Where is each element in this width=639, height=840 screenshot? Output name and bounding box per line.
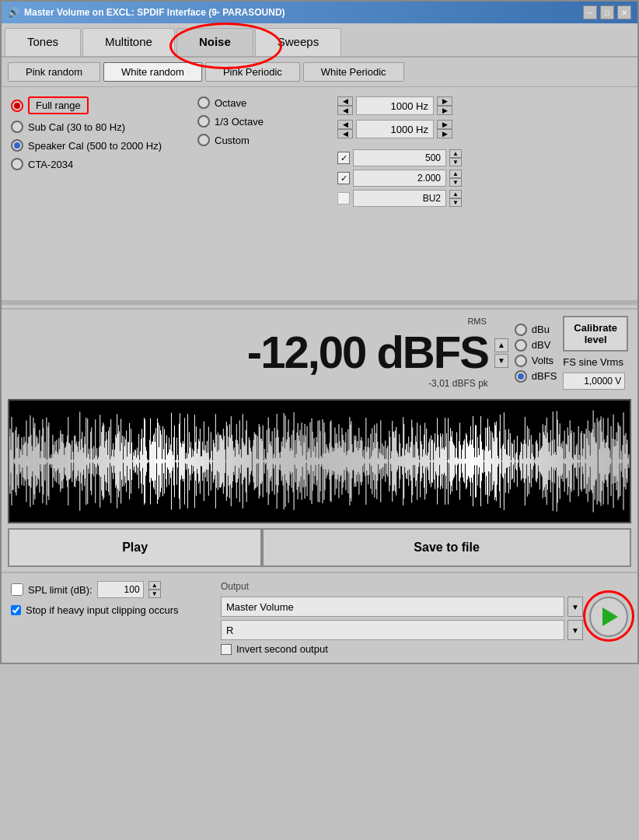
custom-spin-3: ▲ ▼ <box>449 190 462 207</box>
radio-custom-indicator <box>197 134 210 146</box>
dbfs-pk: -3,01 dBFS pk <box>428 378 488 389</box>
radio-octave[interactable]: Octave <box>197 96 322 109</box>
content-inner: Full range Sub Cal (30 to 80 Hz) Speaker… <box>11 96 628 207</box>
custom-check-2[interactable]: ✓ <box>337 172 350 184</box>
custom-row-2: ✓ ▲ ▼ <box>337 170 628 187</box>
octave-label: Octave <box>215 97 246 109</box>
custom-input-2[interactable] <box>353 170 446 187</box>
maximize-button[interactable]: □ <box>600 5 614 19</box>
custom-row-1: ✓ ▲ ▼ <box>337 149 628 166</box>
freq1-right-arrows: ▶ ▶ <box>437 96 452 115</box>
close-button[interactable]: ✕ <box>617 5 631 19</box>
output-select-2[interactable] <box>221 620 564 640</box>
title-bar-left: 🔊 Master Volume on EXCL: SPDIF Interface… <box>8 7 285 18</box>
invert-label: Invert second output <box>236 643 328 655</box>
freq2-right-up[interactable]: ▶ <box>437 120 452 129</box>
output-select-1[interactable] <box>221 597 564 617</box>
play-triangle-icon <box>602 607 618 626</box>
sub-tab-pink-periodic[interactable]: Pink Periodic <box>205 62 300 82</box>
unit-dbv[interactable]: dBV <box>515 339 557 352</box>
dbfs-value: -12,00 dBFS <box>247 326 488 378</box>
custom-spin-3-down[interactable]: ▼ <box>449 198 462 207</box>
level-scroll-down[interactable]: ▼ <box>494 354 508 368</box>
radio-cta[interactable]: CTA-2034 <box>11 158 182 170</box>
play-green-button[interactable] <box>589 597 628 637</box>
output-dropdown-1[interactable]: ▼ <box>567 597 583 617</box>
play-save-row: Play Save to file <box>8 528 631 567</box>
output-dropdown-2[interactable]: ▼ <box>567 620 583 640</box>
custom-spin-3-up[interactable]: ▲ <box>449 190 462 198</box>
radio-custom[interactable]: Custom <box>197 134 322 146</box>
right-bottom-inner: ▼ ▼ Invert second output <box>221 597 628 655</box>
level-scroll-arrows: ▲ ▼ <box>494 316 508 390</box>
stop-checkbox[interactable] <box>11 605 21 615</box>
fs-value-input[interactable] <box>563 373 625 390</box>
main-window: 🔊 Master Volume on EXCL: SPDIF Interface… <box>0 0 639 664</box>
custom-spin-2-down[interactable]: ▼ <box>449 178 462 187</box>
freq2-left-down[interactable]: ◀ <box>337 129 353 138</box>
freq2-right-down[interactable]: ▶ <box>437 129 452 138</box>
custom-spin-1-down[interactable]: ▼ <box>449 158 462 166</box>
tab-noise[interactable]: Noise <box>176 28 253 56</box>
full-range-label: Full range <box>28 96 89 114</box>
save-button[interactable]: Save to file <box>262 528 631 567</box>
radio-third-octave[interactable]: 1/3 Octave <box>197 115 322 128</box>
level-scroll-up[interactable]: ▲ <box>494 338 508 352</box>
third-octave-label: 1/3 Octave <box>215 116 264 128</box>
unit-options: dBu dBV Volts dBFS <box>515 316 557 390</box>
unit-volts[interactable]: Volts <box>515 355 557 367</box>
tab-sweeps[interactable]: Sweeps <box>255 28 341 56</box>
play-button[interactable]: Play <box>8 528 262 567</box>
radio-cta-indicator <box>11 158 23 170</box>
freq1-right-up[interactable]: ▶ <box>437 96 452 106</box>
calibrate-button[interactable]: Calibratelevel <box>563 316 628 352</box>
freq1-left-arrows: ◀ ◀ <box>337 96 353 115</box>
minimize-button[interactable]: ─ <box>583 5 597 19</box>
unit-dbu[interactable]: dBu <box>515 324 557 336</box>
freq1-left-down[interactable]: ◀ <box>337 106 353 115</box>
radio-sub-cal-indicator <box>11 121 23 133</box>
custom-check-1[interactable]: ✓ <box>337 152 350 164</box>
output-label: Output <box>221 581 628 592</box>
custom-input-3[interactable] <box>353 190 446 207</box>
custom-inputs: ✓ ▲ ▼ ✓ ▲ ▼ <box>337 149 628 207</box>
tab-tones[interactable]: Tones <box>5 28 81 56</box>
spl-checkbox[interactable] <box>11 583 23 596</box>
freq1-left-up[interactable]: ◀ <box>337 96 353 106</box>
custom-label: Custom <box>215 135 250 146</box>
freq2-left-up[interactable]: ◀ <box>337 120 353 129</box>
custom-check-3[interactable] <box>337 192 350 205</box>
custom-spin-1-up[interactable]: ▲ <box>449 149 462 158</box>
radio-third-octave-indicator <box>197 115 210 128</box>
custom-spin-2-up[interactable]: ▲ <box>449 170 462 178</box>
freq-row-1: ◀ ◀ ▶ ▶ <box>337 96 628 115</box>
fs-input-row <box>563 373 625 390</box>
radio-full-range[interactable]: Full range <box>11 96 182 114</box>
unit-dbfs[interactable]: dBFS <box>515 370 557 383</box>
freq2-input[interactable] <box>356 120 434 138</box>
sub-tab-pink-random[interactable]: Pink random <box>8 62 100 82</box>
freq1-input[interactable] <box>356 96 434 115</box>
spl-spin-down[interactable]: ▼ <box>148 590 161 598</box>
title-bar-controls: ─ □ ✕ <box>583 5 631 19</box>
dbfs-main: RMS -12,00 dBFS -3,01 dBFS pk <box>11 316 488 390</box>
invert-checkbox[interactable] <box>221 644 232 655</box>
stop-row: Stop if heavy input clipping occurs <box>11 604 205 616</box>
custom-input-1[interactable] <box>353 149 446 166</box>
radio-sub-cal[interactable]: Sub Cal (30 to 80 Hz) <box>11 121 182 133</box>
custom-spin-1: ▲ ▼ <box>449 149 462 166</box>
unit-dbu-radio <box>515 324 527 336</box>
freq1-right-down[interactable]: ▶ <box>437 106 452 115</box>
spl-spin: ▲ ▼ <box>148 581 161 598</box>
radio-speaker-cal[interactable]: Speaker Cal (500 to 2000 Hz) <box>11 139 182 152</box>
sub-tabs: Pink random White random Pink Periodic W… <box>2 58 637 87</box>
sub-tab-white-periodic[interactable]: White Periodic <box>303 62 404 82</box>
spl-spin-up[interactable]: ▲ <box>148 581 161 590</box>
sub-tab-white-random[interactable]: White random <box>103 62 202 82</box>
spl-row: SPL limit (dB): ▲ ▼ <box>11 581 205 598</box>
unit-dbv-label: dBV <box>532 339 551 351</box>
spl-input[interactable] <box>97 581 144 598</box>
app-icon: 🔊 <box>8 7 19 18</box>
tab-multitone[interactable]: Multitone <box>82 28 175 56</box>
separator-1 <box>2 300 637 305</box>
